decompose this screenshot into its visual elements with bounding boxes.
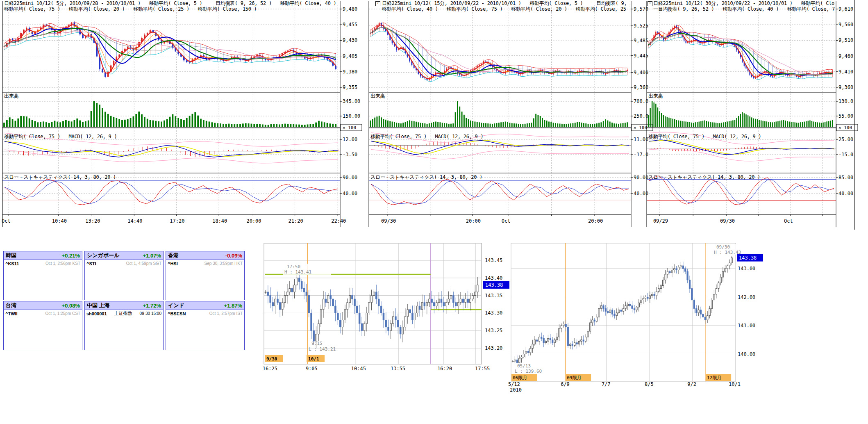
volume-panel-label: 出来高 <box>648 93 663 99</box>
chart-15min-subtitle: 移動平均( Close, 40 ) 移動平均( Close, 75 ) 移動平均… <box>382 6 630 12</box>
svg-text:12.00: 12.00 <box>343 137 357 142</box>
tile-subheader: ^KS11 Oct 1, 2:56pm KST <box>4 260 82 267</box>
change-percent: +1.07% <box>143 253 161 259</box>
quote-timestamp: Oct 1, 2:57pm IST <box>209 311 243 316</box>
svg-text:142.00: 142.00 <box>738 294 755 300</box>
change-percent: -0.09% <box>225 253 242 259</box>
change-percent: +0.08% <box>62 303 80 309</box>
volume-panel-label: 出来高 <box>370 93 385 99</box>
svg-text:09/30: 09/30 <box>381 218 396 224</box>
index-name: 上证指数 <box>114 310 132 317</box>
chart-30min-subtitle: 一目均衡表( 9, 26, 52 ) 移動平均( Close, 40 ) 移動平… <box>653 6 835 12</box>
svg-text:× 100: × 100 <box>838 125 852 130</box>
svg-text:21:20: 21:20 <box>289 218 303 224</box>
svg-text:Oct: Oct <box>2 218 11 224</box>
market-tile-singapore[interactable]: シンガポール +1.07% ^STI Oct 1, 4:59pm SGT <box>84 251 164 300</box>
svg-text:9,480: 9,480 <box>343 6 357 12</box>
market-tile-india[interactable]: インド +1.87% ^BSESN Oct 1, 2:57pm IST <box>166 301 245 350</box>
svg-text:09/29: 09/29 <box>653 218 668 224</box>
svg-text:9,360: 9,360 <box>838 84 853 90</box>
svg-text:143.35: 143.35 <box>485 293 502 299</box>
svg-text:17:20: 17:20 <box>170 218 184 224</box>
svg-text:20:00: 20:00 <box>588 218 603 224</box>
svg-text:L : 143.21: L : 143.21 <box>309 346 336 352</box>
svg-text:-17.0: -17.0 <box>634 152 648 157</box>
market-tile-korea[interactable]: 韓国 +0.21% ^KS11 Oct 1, 2:56pm KST <box>3 251 82 300</box>
svg-text:9/2: 9/2 <box>687 381 696 387</box>
svg-text:17:50: 17:50 <box>287 264 300 269</box>
ticker-symbol: ^STI <box>86 261 96 266</box>
svg-text:90.00: 90.00 <box>634 175 648 180</box>
svg-text:22:40: 22:40 <box>331 218 346 224</box>
volume-panel-label: 出来高 <box>4 93 18 99</box>
svg-text:140.00: 140.00 <box>738 351 755 357</box>
stoch-panel-label: スロー・ストキャスティクス( 14, 3, 80, 20 ) <box>370 174 482 180</box>
svg-text:13:20: 13:20 <box>85 218 100 224</box>
chart-15min-menu-icon[interactable]: ▾ <box>375 1 380 6</box>
chart-30min-menu-icon[interactable]: ▾ <box>648 1 652 6</box>
market-tile-hongkong[interactable]: 香港 -0.09% ^HSI Sep 30, 3:59pm HKT <box>166 251 245 300</box>
change-percent: +1.87% <box>224 303 242 309</box>
svg-text:H : 143.41: H : 143.41 <box>284 269 311 275</box>
svg-text:143.38: 143.38 <box>485 282 503 288</box>
quote-timestamp: Oct 1, 1:25pm CST <box>45 311 80 316</box>
svg-text:143.38: 143.38 <box>739 255 757 261</box>
svg-text:700.0: 700.0 <box>634 98 648 104</box>
svg-text:5/12: 5/12 <box>508 381 520 387</box>
svg-text:9,445: 9,445 <box>634 53 648 59</box>
tile-subheader: ^BSESN Oct 1, 2:57pm IST <box>166 310 244 317</box>
market-name: 韓国 <box>6 252 16 259</box>
svg-text:143.25: 143.25 <box>485 328 502 333</box>
market-tile-taiwan[interactable]: 台湾 +0.08% ^TWII Oct 1, 1:25pm CST <box>3 301 82 350</box>
tile-header: 台湾 +0.08% <box>4 301 82 310</box>
svg-text:20:00: 20:00 <box>466 218 481 224</box>
change-percent: +1.72% <box>143 303 161 309</box>
svg-text:06限月: 06限月 <box>513 375 527 381</box>
svg-text:20:00: 20:00 <box>246 218 261 224</box>
svg-text:90.00: 90.00 <box>343 175 357 180</box>
svg-text:143.45: 143.45 <box>485 258 502 263</box>
quote-timestamp: 09-30 15:00 <box>140 311 161 316</box>
nikkei225mini-5min-graphics: Oct10:4013:2014:4017:2018:4020:0021:2022… <box>2 1 362 227</box>
svg-text:Oct: Oct <box>502 218 511 224</box>
svg-text:10:45: 10:45 <box>351 366 366 372</box>
tile-subheader: ^HSI Sep 30, 3:59pm HKT <box>166 260 244 267</box>
market-tile-china-shanghai[interactable]: 中国 上海 +1.72% sh000001 上证指数 09-30 15:00 <box>84 301 164 350</box>
svg-text:-15.0: -15.0 <box>838 152 853 157</box>
tile-header: 香港 -0.09% <box>166 251 244 260</box>
ticker-symbol: ^KS11 <box>5 261 19 266</box>
svg-text:12限月: 12限月 <box>707 375 721 381</box>
svg-text:345.00: 345.00 <box>343 98 360 104</box>
chart-5min-subtitle: 移動平均( Close, 75 ) 移動平均( Close, 20 ) 移動平均… <box>4 6 339 12</box>
market-name: インド <box>168 302 184 309</box>
svg-text:9,400: 9,400 <box>634 70 648 75</box>
svg-text:9,460: 9,460 <box>838 53 853 59</box>
svg-text:6/9: 6/9 <box>561 381 570 387</box>
chart-5min-title: 日経225mini 10/12( 5分, 2010/09/28 - 2010/1… <box>4 0 339 6</box>
tile-subheader: sh000001 上证指数 09-30 15:00 <box>85 310 163 317</box>
svg-text:14:40: 14:40 <box>127 218 142 224</box>
chart-15min-title: 日経225mini 10/12( 15分, 2010/09/22 - 2010/… <box>382 0 630 6</box>
svg-text:L : 139.60: L : 139.60 <box>515 369 542 374</box>
ticker-symbol: ^BSESN <box>168 311 186 316</box>
svg-text:16:25: 16:25 <box>263 366 277 372</box>
charts-canvas: Oct10:4013:2014:4017:2018:4020:0021:2022… <box>0 0 868 424</box>
svg-text:9,430: 9,430 <box>343 37 357 43</box>
svg-text:143.20: 143.20 <box>485 345 502 351</box>
quote-timestamp: Oct 1, 2:56pm KST <box>45 261 80 266</box>
macd-panel-label: 移動平均( Close, 75 ) MACD( 12, 26, 9 ) <box>4 134 117 139</box>
tile-subheader: ^STI Oct 1, 4:59pm SGT <box>85 260 163 267</box>
svg-text:9,355: 9,355 <box>343 84 357 90</box>
svg-text:Oct: Oct <box>784 218 793 224</box>
svg-text:7/7: 7/7 <box>602 381 611 387</box>
fx-intraday-graphics: 17:50H : 143.419:15L : 143.21143.45143.4… <box>263 243 509 372</box>
svg-text:17:55: 17:55 <box>475 366 490 372</box>
chart-30min-title: 日経225mini 10/12( 30分, 2010/09/22 - 2010/… <box>653 0 835 6</box>
ticker-symbol: sh000001 <box>86 311 107 316</box>
macd-panel-label: 移動平均( Close, 75 ) MACD( 12, 26, 9 ) <box>648 134 761 139</box>
svg-text:143.40: 143.40 <box>485 275 502 281</box>
svg-text:8/5: 8/5 <box>645 381 654 387</box>
svg-text:09/30: 09/30 <box>716 244 730 250</box>
svg-text:9:05: 9:05 <box>306 366 318 372</box>
macd-panel-label: 移動平均( Close, 75 ) MACD( 12, 26, 9 ) <box>370 134 483 139</box>
